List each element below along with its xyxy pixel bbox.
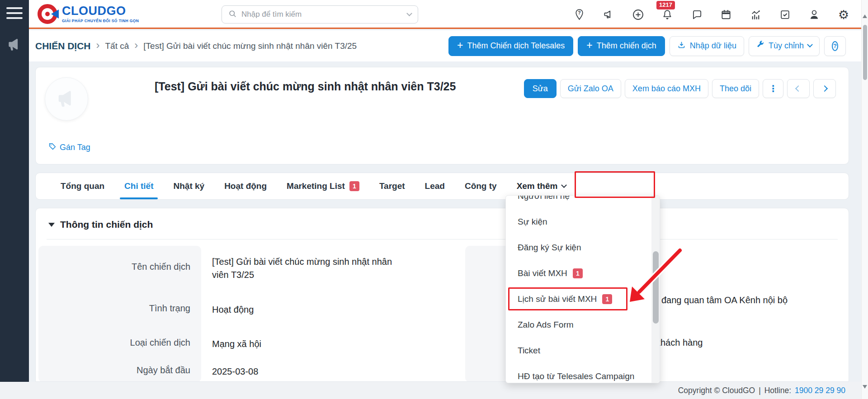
analytics-icon[interactable] <box>749 8 762 21</box>
breadcrumb-separator: › <box>96 39 100 52</box>
scrollbar-thumb[interactable] <box>863 25 867 80</box>
tab-lead[interactable]: Lead <box>415 173 455 199</box>
megaphone-module-icon[interactable] <box>6 36 23 55</box>
plus-circle-icon[interactable] <box>632 8 644 21</box>
breadcrumb-module[interactable]: CHIẾN DỊCH <box>35 41 91 52</box>
field-label: Tên chiến dịch <box>38 262 190 272</box>
plus-icon: + <box>457 40 463 51</box>
campaign-avatar <box>45 77 88 121</box>
chevron-down-icon <box>807 42 813 47</box>
breadcrumb-item-record: [Test] Gửi bài viết chúc mừng sinh nhật … <box>143 41 357 51</box>
menu-item-zalo-ads-form[interactable]: Zalo Ads Form <box>506 312 660 338</box>
field-label: Loại chiến dịch <box>38 338 190 348</box>
assign-tag-link[interactable]: Gán Tag <box>48 142 90 153</box>
left-sidebar <box>0 0 29 382</box>
field-value: 2025-03-08 <box>212 365 258 378</box>
cloudgo-logo-icon <box>37 4 58 24</box>
annotation-box-lich-su-bai-viet <box>508 287 627 310</box>
hamburger-menu-icon[interactable] <box>6 7 23 21</box>
previous-record-button[interactable] <box>787 79 810 98</box>
breadcrumb: CHIẾN DỊCH › Tất cả › [Test] Gửi bài viế… <box>35 30 357 61</box>
chevron-right-icon <box>821 85 828 92</box>
field-label: Ngày bắt đầu <box>38 365 190 376</box>
kebab-icon: ⋮ <box>769 83 778 94</box>
field-value: Mạng xã hội <box>212 338 261 351</box>
plus-icon: + <box>586 40 592 51</box>
campaign-info-card: Thông tin chiến dịch Tên chiến dịch [Tes… <box>35 208 849 382</box>
hotline-phone-link[interactable]: 1900 29 29 90 <box>795 386 845 395</box>
user-icon[interactable] <box>808 8 821 21</box>
tab-tong-quan[interactable]: Tổng quan <box>51 173 114 199</box>
menu-item-hd-tao-tu-telesales[interactable]: HĐ tạo từ Telesales Campaign <box>506 363 660 383</box>
campaign-title: [Test] Gửi bài viết chúc mừng sinh nhật … <box>155 80 456 93</box>
task-check-icon[interactable] <box>778 8 791 21</box>
calendar-icon[interactable] <box>720 8 732 21</box>
edit-button[interactable]: Sửa <box>524 79 557 98</box>
bell-icon[interactable]: 1217 <box>661 8 674 21</box>
help-button[interactable]: ? <box>824 36 846 56</box>
add-campaign-button[interactable]: + Thêm chiến dịch <box>578 36 665 56</box>
breadcrumb-item-all[interactable]: Tất cả <box>105 41 129 51</box>
send-zalo-oa-button[interactable]: Gửi Zalo OA <box>560 79 621 98</box>
annotation-box-xem-them <box>575 171 655 198</box>
top-header: CLOUDGO GIẢI PHÁP CHUYỂN ĐỔI SỐ TINH GỌN… <box>29 0 868 29</box>
global-search[interactable] <box>222 5 418 23</box>
search-icon <box>228 9 237 20</box>
section-divider <box>47 239 838 239</box>
tab-target[interactable]: Target <box>369 173 415 199</box>
import-data-button[interactable]: Nhập dữ liệu <box>670 36 744 56</box>
campaign-header-card: [Test] Gửi bài viết chúc mừng sinh nhật … <box>35 67 849 164</box>
follow-button[interactable]: Theo dõi <box>712 79 759 98</box>
breadcrumb-toolbar-row: CHIẾN DỊCH › Tất cả › [Test] Gửi bài viế… <box>29 30 868 61</box>
download-icon <box>677 41 686 52</box>
copyright-text: Copyright © CloudGO <box>678 386 755 395</box>
tab-marketing-list[interactable]: Marketing List1 <box>277 173 369 199</box>
svg-text:?: ? <box>578 10 580 15</box>
tab-count-badge: 1 <box>349 181 359 191</box>
page-scrollbar[interactable] <box>861 0 868 399</box>
megaphone-icon[interactable] <box>602 8 615 21</box>
chevron-down-icon <box>561 182 567 188</box>
tag-icon <box>48 142 57 153</box>
cloudgo-logo[interactable]: CLOUDGO GIẢI PHÁP CHUYỂN ĐỔI SỐ TINH GỌN <box>37 4 139 24</box>
right-column-value-fragment: khách hàng <box>656 338 703 348</box>
tab-hoat-dong[interactable]: Hoạt động <box>214 173 277 199</box>
menu-item-ticket[interactable]: Ticket <box>506 338 660 363</box>
footer-divider: | <box>759 386 761 395</box>
wrench-icon <box>756 41 764 51</box>
help-icon: ? <box>832 41 838 51</box>
notification-badge: 1217 <box>656 1 675 9</box>
pin-question-icon[interactable]: ? <box>573 8 585 21</box>
chat-icon[interactable] <box>690 8 703 21</box>
logo-title: CLOUDGO <box>62 5 139 17</box>
search-input[interactable] <box>241 10 403 19</box>
logo-tagline: GIẢI PHÁP CHUYỂN ĐỔI SỐ TINH GỌN <box>62 19 139 23</box>
menu-count-badge: 1 <box>573 268 583 278</box>
field-value: Hoạt động <box>212 303 254 316</box>
annotation-arrow <box>620 248 688 311</box>
search-chevron-down-icon[interactable] <box>406 10 412 16</box>
breadcrumb-separator: › <box>134 39 138 52</box>
scrollbar-down-arrow[interactable] <box>863 385 867 389</box>
section-header-thong-tin[interactable]: Thông tin chiến dịch <box>48 219 153 230</box>
view-mxh-report-button[interactable]: Xem báo cáo MXH <box>625 79 708 98</box>
add-telesales-campaign-button[interactable]: + Thêm Chiến dịch Telesales <box>448 36 573 56</box>
gear-icon[interactable]: ⚙ <box>837 8 850 21</box>
customize-button[interactable]: Tùy chỉnh <box>749 36 820 56</box>
scrollbar-up-arrow[interactable] <box>863 14 867 18</box>
hotline-label: Hotline: <box>764 386 791 395</box>
field-value: [Test] Gửi bài viết chúc mừng sinh nhật … <box>212 255 406 282</box>
tab-chi-tiet[interactable]: Chi tiết <box>114 173 163 199</box>
next-record-button[interactable] <box>813 79 836 98</box>
tab-cong-ty[interactable]: Công ty <box>455 173 507 199</box>
page-footer: Copyright © CloudGO | Hotline: 1900 29 2… <box>0 382 868 399</box>
chevron-left-icon <box>795 85 802 92</box>
field-label: Tình trạng <box>38 303 190 314</box>
collapse-triangle-icon <box>48 223 55 227</box>
record-tabs-bar: Tổng quan Chi tiết Nhật ký Hoạt động Mar… <box>35 173 849 200</box>
menu-item-su-kien[interactable]: Sự kiện <box>506 209 660 235</box>
tab-nhat-ky[interactable]: Nhật ký <box>163 173 214 199</box>
more-actions-button[interactable]: ⋮ <box>763 79 783 98</box>
